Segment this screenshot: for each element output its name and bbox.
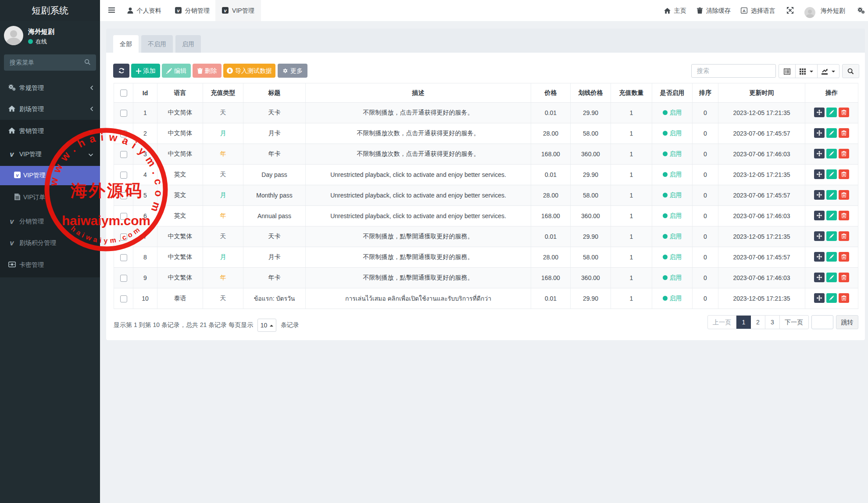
svg-text:v: v — [16, 172, 19, 178]
svg-text:www.haiwaiym.com: www.haiwaiym.com — [47, 131, 165, 213]
svg-text:v: v — [177, 8, 180, 13]
svg-text:海外源码: 海外源码 — [70, 181, 142, 200]
svg-text:A: A — [743, 8, 746, 13]
svg-text:v: v — [224, 8, 227, 13]
